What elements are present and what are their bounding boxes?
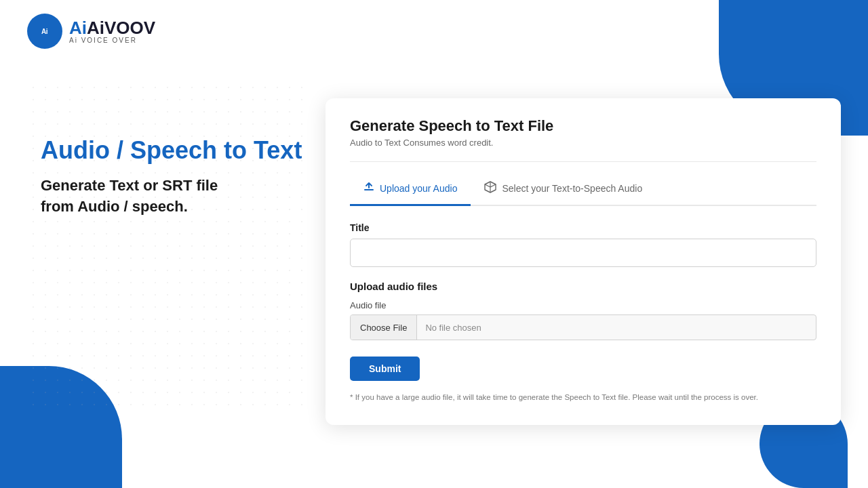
upload-section-label: Upload audio files (350, 281, 816, 292)
tab-tts-label: Select your Text-to-Speech Audio (502, 183, 642, 194)
tab-upload-audio[interactable]: Upload your Audio (350, 176, 471, 206)
logo-text: AiAiVOOV Ai VOICE OVER (69, 19, 155, 44)
dot-pattern (27, 81, 312, 407)
notice-text: * If you have a large audio file, it wil… (350, 392, 816, 403)
left-heading: Audio / Speech to Text (41, 136, 312, 165)
left-content: Audio / Speech to Text Generate Text or … (41, 136, 312, 218)
tab-tts-audio[interactable]: Select your Text-to-Speech Audio (471, 176, 656, 206)
title-input[interactable] (350, 239, 816, 267)
title-form-group: Title (350, 222, 816, 267)
file-input-wrapper[interactable]: Choose File No file chosen (350, 314, 816, 340)
upload-icon (363, 182, 374, 195)
audio-file-label: Audio file (350, 300, 816, 310)
logo-icon: Ai (27, 14, 62, 49)
logo-brand-text: AiAiVOOV (69, 19, 155, 37)
card-subtitle: Audio to Text Consumes word credit. (350, 138, 816, 148)
main-card: Generate Speech to Text File Audio to Te… (326, 98, 841, 425)
card-title: Generate Speech to Text File (350, 117, 816, 135)
file-name-display: No file chosen (417, 323, 816, 333)
upload-section: Upload audio files Audio file Choose Fil… (350, 281, 816, 340)
svg-rect-0 (364, 189, 374, 190)
tab-bar: Upload your Audio Select your Text-to-Sp… (350, 176, 816, 206)
logo-subtitle: Ai VOICE OVER (69, 37, 155, 44)
header: Ai AiAiVOOV Ai VOICE OVER (27, 14, 155, 49)
card-divider (350, 161, 816, 162)
title-label: Title (350, 222, 816, 233)
box-icon (484, 181, 496, 196)
tab-upload-label: Upload your Audio (380, 183, 457, 194)
choose-file-button[interactable]: Choose File (351, 315, 417, 340)
left-subheading: Generate Text or SRT filefrom Audio / sp… (41, 176, 312, 218)
submit-button[interactable]: Submit (350, 357, 420, 381)
